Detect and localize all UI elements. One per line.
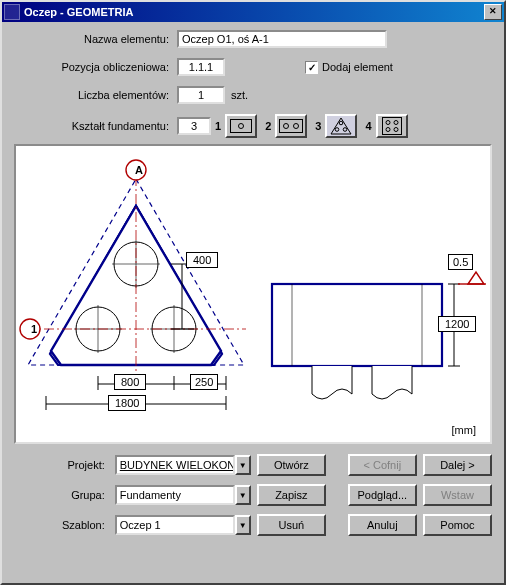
svg-point-12 [386,128,390,132]
svg-point-1 [239,124,244,129]
project-label: Projekt: [14,459,109,471]
axis-1-marker: 1 [25,322,43,336]
position-label: Pozycja obliczeniowa: [14,61,177,73]
undo-button[interactable]: < Cofnij [348,454,417,476]
project-combo[interactable]: BUDYNEK WIELOKOND ▼ [115,455,251,475]
svg-point-8 [344,128,348,132]
svg-point-11 [394,121,398,125]
add-element-label: Dodaj element [322,61,393,73]
count-input[interactable] [177,86,225,104]
svg-point-10 [386,121,390,125]
shape1-button[interactable] [225,114,257,138]
shape-num-3: 3 [315,120,321,132]
svg-point-3 [284,124,289,129]
svg-point-13 [394,128,398,132]
group-combo-value: Fundamenty [115,485,235,505]
add-element-checkbox[interactable]: ✓ [305,61,318,74]
shape-label: Kształt fundamentu: [14,120,177,132]
geometry-drawing [16,146,490,442]
preview-button[interactable]: Podgląd... [348,484,417,506]
shape-input[interactable] [177,117,211,135]
template-label: Szablon: [14,519,109,531]
svg-rect-45 [272,284,442,366]
shape3-button[interactable] [325,114,357,138]
position-input[interactable] [177,58,225,76]
axis-a-marker: A [129,163,149,177]
svg-marker-5 [331,118,351,134]
svg-point-7 [336,128,340,132]
dim-250: 250 [190,374,218,390]
dim-800: 800 [114,374,146,390]
svg-point-4 [294,124,299,129]
svg-rect-9 [382,118,401,135]
window-frame: Oczep - GEOMETRIA ✕ Nazwa elementu: Pozy… [0,0,506,585]
element-name-input[interactable] [177,30,387,48]
window-title: Oczep - GEOMETRIA [24,6,484,18]
shape2-button[interactable] [275,114,307,138]
next-button[interactable]: Dalej > [423,454,492,476]
drawing-panel: A 1 400 800 250 1800 1200 0.5 [mm] [14,144,492,444]
shape4-button[interactable] [376,114,408,138]
svg-rect-2 [280,120,303,133]
count-label: Liczba elementów: [14,89,177,101]
svg-rect-0 [231,120,252,133]
dim-400: 400 [186,252,218,268]
svg-point-6 [340,121,344,125]
client-area: Nazwa elementu: Pozycja obliczeniowa: ✓ … [2,22,504,583]
chevron-down-icon[interactable]: ▼ [235,455,251,475]
shape-num-1: 1 [215,120,221,132]
chevron-down-icon[interactable]: ▼ [235,485,251,505]
units-label: [mm] [452,424,476,436]
project-combo-value: BUDYNEK WIELOKOND [115,455,235,475]
dim-1200: 1200 [438,316,476,332]
group-combo[interactable]: Fundamenty ▼ [115,485,251,505]
shape1-icon [230,119,252,133]
shape-num-4: 4 [365,120,371,132]
delete-button[interactable]: Usuń [257,514,326,536]
dim-1800: 1800 [108,395,146,411]
template-combo[interactable]: Oczep 1 ▼ [115,515,251,535]
element-name-label: Nazwa elementu: [14,33,177,45]
chevron-down-icon[interactable]: ▼ [235,515,251,535]
help-button[interactable]: Pomoc [423,514,492,536]
close-icon[interactable]: ✕ [484,4,502,20]
titlebar: Oczep - GEOMETRIA ✕ [2,2,504,22]
group-label: Grupa: [14,489,109,501]
svg-marker-51 [468,272,484,284]
open-button[interactable]: Otwórz [257,454,326,476]
save-button[interactable]: Zapisz [257,484,326,506]
shape4-icon [382,117,402,135]
shape3-icon [330,117,352,135]
level-value: 0.5 [448,254,473,270]
insert-button[interactable]: Wstaw [423,484,492,506]
shape-num-2: 2 [265,120,271,132]
app-icon [4,4,20,20]
shape2-icon [279,119,303,133]
template-combo-value: Oczep 1 [115,515,235,535]
count-unit: szt. [231,89,248,101]
cancel-button[interactable]: Anuluj [348,514,417,536]
